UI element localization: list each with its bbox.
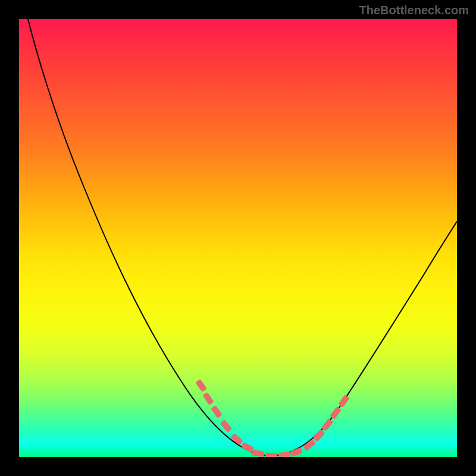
optimal-range-markers	[195, 379, 350, 457]
svg-rect-12	[321, 418, 333, 431]
watermark-text: TheBottleneck.com	[359, 4, 469, 17]
svg-rect-5	[241, 442, 254, 453]
svg-rect-6	[252, 449, 265, 457]
svg-rect-11	[313, 429, 325, 442]
chart-plot-area	[19, 19, 457, 457]
svg-rect-8	[278, 452, 290, 457]
bottleneck-curve	[28, 19, 457, 456]
svg-rect-0	[195, 379, 207, 392]
svg-rect-7	[265, 453, 277, 457]
chart-svg	[19, 19, 457, 457]
svg-rect-2	[211, 405, 223, 418]
svg-rect-3	[220, 419, 233, 433]
svg-rect-1	[202, 392, 214, 405]
